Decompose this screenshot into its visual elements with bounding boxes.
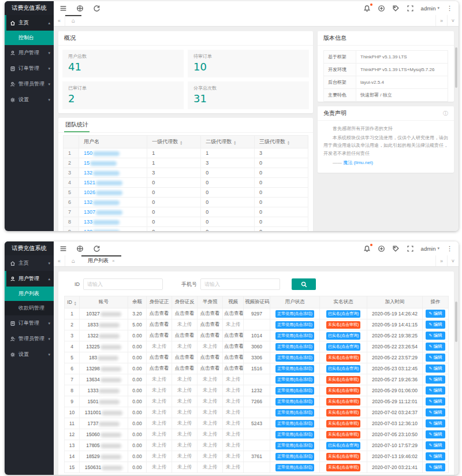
user-status-badge[interactable]: 正常使用(点击冻结) xyxy=(275,453,314,460)
clean-cache-icon[interactable] xyxy=(378,245,385,252)
username-link[interactable]: 130 xyxy=(84,229,120,231)
tab-overflow-button[interactable]: » xyxy=(435,15,447,26)
edit-button[interactable]: ✎编辑 xyxy=(426,365,446,373)
sidebar-item-admins[interactable]: 管理员管理▾ xyxy=(5,76,54,92)
cell-id-back[interactable]: 点击查看 xyxy=(172,308,198,319)
fullscreen-icon[interactable] xyxy=(407,5,414,12)
column-header-3[interactable]: 三级代理数▲▼ xyxy=(255,136,308,148)
close-icon[interactable]: × xyxy=(112,258,115,263)
username-link[interactable]: 1307 xyxy=(84,209,122,215)
cell-half-photo[interactable]: 点击查看 xyxy=(198,319,223,330)
username-link[interactable]: 1521 xyxy=(84,180,122,185)
real-name-badge[interactable]: 已实名(点击查询) xyxy=(326,365,361,373)
real-name-badge[interactable]: 未实名(点击审核) xyxy=(326,321,361,329)
admin-dropdown[interactable]: admin▾ xyxy=(421,5,439,12)
edit-button[interactable]: ✎编辑 xyxy=(426,463,446,471)
menu-fold-icon[interactable] xyxy=(59,5,67,12)
more-vertical-icon[interactable]: ⋮ xyxy=(446,246,453,252)
tab-collapse-button[interactable]: « xyxy=(54,255,65,266)
sidebar-item-admins[interactable]: 管理员管理▾ xyxy=(5,331,54,347)
cell-id-back[interactable]: 点击查看 xyxy=(172,330,198,341)
sidebar-item-home[interactable]: 主页▾ xyxy=(5,255,54,271)
scrollbar[interactable] xyxy=(455,47,457,88)
user-status-badge[interactable]: 正常使用(点击冻结) xyxy=(275,332,314,340)
real-name-badge[interactable]: 已实名(点击查询) xyxy=(326,310,361,318)
refresh-icon[interactable] xyxy=(93,245,100,252)
cell-video[interactable]: 点击查看 xyxy=(223,352,244,363)
username-link[interactable]: 133 xyxy=(84,219,120,225)
user-status-badge[interactable]: 正常使用(点击冻结) xyxy=(275,365,314,373)
edit-button[interactable]: ✎编辑 xyxy=(426,343,446,351)
real-name-badge[interactable]: 未实名(点击审核) xyxy=(326,409,361,416)
edit-button[interactable]: ✎编辑 xyxy=(426,430,446,438)
sort-icon[interactable]: ▲▼ xyxy=(74,301,77,306)
sidebar-item-home[interactable]: 主页▴ xyxy=(5,15,54,31)
sidebar-item-users[interactable]: 用户管理▾ xyxy=(5,45,54,61)
edit-button[interactable]: ✎编辑 xyxy=(426,397,446,406)
cell-id-front[interactable]: 点击查看 xyxy=(147,330,172,341)
real-name-badge[interactable]: 未实名(点击审核) xyxy=(326,464,361,471)
user-status-badge[interactable]: 正常使用(点击冻结) xyxy=(275,354,314,362)
sidebar-item-orders[interactable]: 订单管理▾ xyxy=(5,61,54,76)
tab-menu-button[interactable]: ˅ xyxy=(447,15,459,26)
cell-id-front[interactable]: 点击查看 xyxy=(147,308,172,319)
username-link[interactable]: 132 xyxy=(84,199,120,205)
sidebar-subitem[interactable]: 收款码管理 xyxy=(5,301,54,315)
cell-video[interactable]: 点击查看 xyxy=(223,308,244,319)
real-name-badge[interactable]: 已实名(点击查询) xyxy=(326,332,361,340)
refresh-icon[interactable] xyxy=(93,5,100,12)
real-name-badge[interactable]: 已实名(点击查询) xyxy=(326,343,361,351)
username-link[interactable]: 132 xyxy=(84,170,120,176)
clean-cache-icon[interactable] xyxy=(378,5,385,12)
scrollbar[interactable] xyxy=(455,302,457,342)
tag-icon[interactable] xyxy=(392,5,400,12)
edit-button[interactable]: ✎编辑 xyxy=(426,441,446,449)
cell-video[interactable]: 点击查看 xyxy=(223,363,244,374)
column-header-0[interactable]: ID▲▼ xyxy=(65,296,80,308)
layout-icon[interactable] xyxy=(76,245,84,252)
bell-icon[interactable] xyxy=(363,245,371,252)
sidebar-subitem[interactable]: 控制台 xyxy=(5,31,54,45)
user-status-badge[interactable]: 正常使用(点击冻结) xyxy=(275,310,314,318)
user-status-badge[interactable]: 正常使用(点击冻结) xyxy=(275,387,314,395)
sidebar-item-users[interactable]: 用户管理▴ xyxy=(5,271,54,287)
cell-half-photo[interactable]: 点击查看 xyxy=(198,308,223,319)
user-status-badge[interactable]: 正常使用(点击冻结) xyxy=(275,442,314,449)
id-search-input[interactable] xyxy=(83,278,163,290)
fullscreen-icon[interactable] xyxy=(407,245,414,252)
real-name-badge[interactable]: 已实名(点击查询) xyxy=(326,442,361,449)
edit-button[interactable]: ✎编辑 xyxy=(426,419,446,427)
edit-button[interactable]: ✎编辑 xyxy=(426,386,446,395)
disclaimer-link[interactable]: 魔法 (llmu.net) xyxy=(343,160,373,165)
real-name-badge[interactable]: 未实名(点击审核) xyxy=(326,420,361,427)
cell-video[interactable]: 点击查看 xyxy=(223,341,244,352)
cell-half-photo[interactable]: 点击查看 xyxy=(198,363,223,374)
sidebar-item-orders[interactable]: 订单管理▾ xyxy=(5,315,54,331)
bell-icon[interactable] xyxy=(363,5,371,12)
edit-button[interactable]: ✎编辑 xyxy=(426,375,446,384)
column-header-1[interactable]: 一级代理数▲▼ xyxy=(147,136,201,148)
real-name-badge[interactable]: 未实名(点击审核) xyxy=(326,376,361,384)
cell-video[interactable]: 点击查看 xyxy=(223,330,244,341)
cell-half-photo[interactable]: 点击查看 xyxy=(198,330,223,341)
sort-icon[interactable]: ▲▼ xyxy=(233,140,236,145)
sort-icon[interactable]: ▲▼ xyxy=(180,140,182,145)
layout-icon[interactable] xyxy=(76,5,84,12)
cell-id-front[interactable]: 点击查看 xyxy=(147,363,172,374)
cell-id-front[interactable]: 点击查看 xyxy=(147,319,172,330)
edit-button[interactable]: ✎编辑 xyxy=(426,332,446,340)
username-link[interactable]: 150 xyxy=(84,150,120,156)
edit-button[interactable]: ✎编辑 xyxy=(426,321,446,329)
tab-menu-button[interactable]: ˅ xyxy=(447,255,459,266)
edit-button[interactable]: ✎编辑 xyxy=(426,310,446,318)
sidebar-subitem[interactable]: 用户列表 xyxy=(5,287,54,301)
cell-id-back[interactable]: 点击查看 xyxy=(172,352,198,363)
real-name-badge[interactable]: 未实名(点击审核) xyxy=(326,354,361,362)
real-name-badge[interactable]: 未实名(点击审核) xyxy=(326,431,361,438)
cell-half-photo[interactable]: 点击查看 xyxy=(198,352,223,363)
user-status-badge[interactable]: 正常使用(点击冻结) xyxy=(275,321,314,329)
edit-button[interactable]: ✎编辑 xyxy=(426,408,446,416)
tab-home[interactable]: ⌂ xyxy=(65,15,81,26)
sidebar-item-settings[interactable]: 设置▾ xyxy=(5,92,54,107)
menu-fold-icon[interactable] xyxy=(59,245,67,252)
